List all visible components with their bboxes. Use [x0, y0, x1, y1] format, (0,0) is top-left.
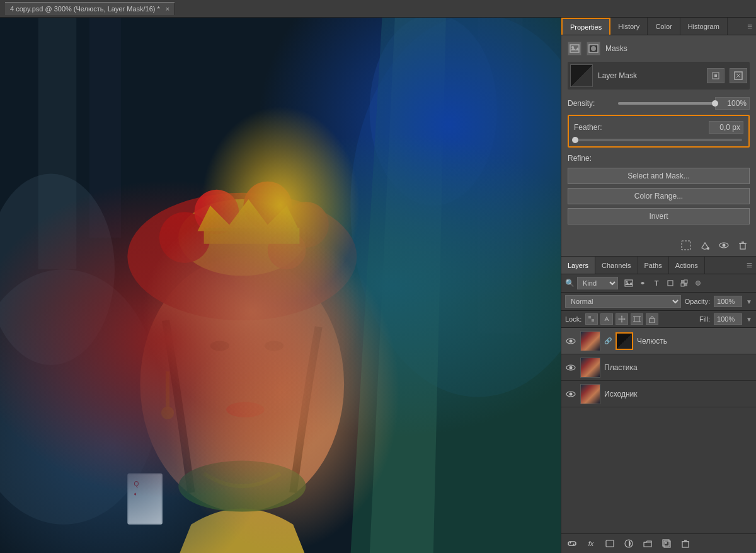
- color-range-button[interactable]: Color Range...: [568, 188, 750, 204]
- mask-btn-frame[interactable]: [730, 68, 747, 83]
- density-slider-thumb[interactable]: [712, 100, 718, 107]
- selection-dots-icon[interactable]: [679, 238, 693, 252]
- svg-rect-56: [588, 319, 591, 322]
- feather-slider-container[interactable]: [574, 139, 743, 141]
- svg-rect-55: [592, 316, 594, 318]
- layer-item-chelyust[interactable]: 🔗 Челюсть: [561, 328, 756, 354]
- tab-histogram[interactable]: Histogram: [680, 18, 728, 35]
- properties-bottom-toolbar: [561, 235, 756, 257]
- layer-thumb-plastika: [580, 358, 600, 378]
- canvas-image: Q ♦: [0, 18, 561, 553]
- eye-visibility-icon[interactable]: [717, 238, 731, 252]
- close-tab-icon[interactable]: ×: [166, 5, 169, 13]
- filter-icons: T: [623, 277, 704, 289]
- add-layer-icon[interactable]: [660, 537, 673, 550]
- lock-row: Lock:: [561, 311, 756, 328]
- svg-rect-57: [592, 319, 594, 322]
- svg-rect-65: [634, 317, 639, 322]
- svg-marker-63: [618, 318, 619, 320]
- svg-point-4: [350, 18, 561, 397]
- layer-mask-thumb-chelyust[interactable]: [616, 332, 633, 350]
- add-mask-icon[interactable]: [603, 537, 617, 550]
- trash-icon[interactable]: [736, 238, 750, 252]
- density-label: Density:: [568, 99, 618, 108]
- layer-tools: fx: [561, 533, 756, 553]
- invert-button[interactable]: Invert: [568, 208, 750, 224]
- tab-properties[interactable]: Properties: [561, 18, 610, 35]
- svg-text:♦: ♦: [134, 491, 136, 497]
- tab-actions[interactable]: Actions: [669, 257, 705, 274]
- layer-thumb-chelyust: [580, 331, 600, 351]
- svg-rect-53: [684, 283, 687, 286]
- delete-layer-icon[interactable]: [679, 537, 692, 550]
- lock-artboard-btn[interactable]: [631, 313, 643, 325]
- filter-type-icon[interactable]: T: [651, 277, 662, 289]
- filter-shape-icon[interactable]: [665, 277, 676, 289]
- filter-photo-icon[interactable]: [623, 277, 634, 289]
- layer-eye-chelyust[interactable]: [565, 335, 576, 347]
- svg-point-76: [570, 392, 573, 395]
- lock-transparent-btn[interactable]: [585, 313, 598, 325]
- svg-point-12: [178, 199, 306, 276]
- layer-name-chelyust: Челюсть: [637, 337, 752, 346]
- refine-label: Refine:: [568, 154, 750, 163]
- svg-marker-64: [624, 318, 626, 320]
- feather-slider[interactable]: [575, 139, 742, 141]
- lock-move-btn[interactable]: [616, 313, 628, 325]
- tab-history[interactable]: History: [610, 18, 648, 35]
- add-adjustment-icon[interactable]: [622, 537, 636, 550]
- blend-mode-select[interactable]: Normal: [565, 295, 681, 308]
- opacity-input[interactable]: [714, 296, 742, 307]
- tab-color[interactable]: Color: [648, 18, 680, 35]
- svg-rect-84: [682, 542, 689, 547]
- svg-rect-3: [478, 18, 523, 333]
- layer-item-istochnik[interactable]: Исходник: [561, 381, 756, 407]
- opacity-dropdown-arrow[interactable]: ▼: [746, 298, 752, 305]
- svg-rect-18: [204, 228, 300, 243]
- layers-panel-menu[interactable]: ≡: [747, 257, 756, 274]
- layers-panel: Layers Channels Paths Actions ≡ 🔍 Kind: [561, 257, 756, 553]
- feather-slider-thumb[interactable]: [572, 137, 578, 143]
- canvas-area[interactable]: Q ♦: [0, 18, 561, 553]
- add-group-icon[interactable]: [641, 537, 655, 550]
- tab-channels[interactable]: Channels: [595, 257, 638, 274]
- mask-btn-square[interactable]: [707, 68, 724, 83]
- svg-point-8: [0, 269, 159, 525]
- svg-rect-26: [127, 474, 163, 525]
- lock-all-btn[interactable]: [646, 313, 658, 325]
- panel-menu-icon[interactable]: ≡: [743, 18, 756, 35]
- link-icon-chelyust: 🔗: [604, 337, 612, 344]
- feather-section: Feather: 0,0 px: [568, 115, 750, 148]
- select-mask-button[interactable]: Select and Mask...: [568, 168, 750, 184]
- layer-mask-thumbnail: [570, 64, 593, 87]
- filter-dot-icon[interactable]: [692, 277, 704, 289]
- density-value[interactable]: 100%: [715, 97, 750, 110]
- svg-rect-23: [166, 371, 169, 410]
- layer-item-plastika[interactable]: Пластика: [561, 354, 756, 381]
- filter-adjust-icon[interactable]: [637, 277, 648, 289]
- kind-filter-select[interactable]: Kind: [577, 277, 618, 289]
- filter-smart-icon[interactable]: [679, 277, 690, 289]
- tab-layers[interactable]: Layers: [561, 257, 595, 274]
- svg-rect-0: [0, 18, 561, 553]
- feather-value[interactable]: 0,0 px: [709, 121, 743, 134]
- lock-paint-btn[interactable]: [600, 313, 613, 325]
- fill-input[interactable]: [714, 313, 742, 325]
- layer-eye-istochnik[interactable]: [565, 388, 576, 400]
- layer-thumb-istochnik: [580, 384, 600, 404]
- properties-content: Masks Layer Mask: [561, 35, 756, 235]
- blend-mode-row: Normal Opacity: ▼: [561, 293, 756, 311]
- masks-title: Masks: [605, 44, 627, 53]
- paint-bucket-icon[interactable]: [698, 238, 712, 252]
- add-link-icon[interactable]: [565, 537, 579, 550]
- fill-dropdown-arrow[interactable]: ▼: [746, 316, 752, 323]
- svg-text:Q: Q: [134, 480, 139, 487]
- svg-point-14: [194, 190, 239, 235]
- tab-paths[interactable]: Paths: [638, 257, 669, 274]
- density-slider[interactable]: [618, 102, 715, 105]
- document-tab[interactable]: 4 copy.psd @ 300% (Челюсть, Layer Mask/1…: [5, 2, 175, 15]
- svg-point-16: [283, 202, 329, 248]
- add-fx-icon[interactable]: fx: [584, 537, 598, 550]
- density-slider-container[interactable]: [618, 102, 715, 105]
- layer-eye-plastika[interactable]: [565, 362, 576, 373]
